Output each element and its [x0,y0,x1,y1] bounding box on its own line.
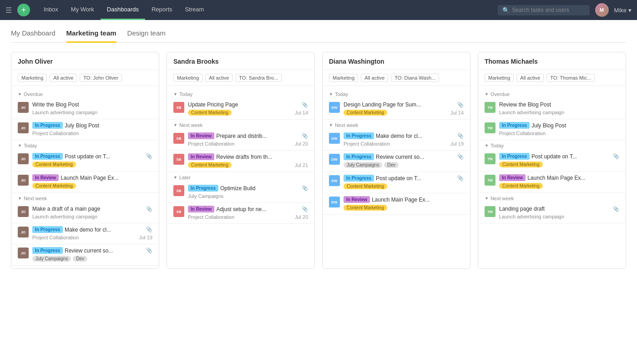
task-item[interactable]: TMIn ProgressJuly Blog PostProject Colla… [478,119,626,140]
task-item[interactable]: TMReview the Blog PostLaunch advertising… [478,99,626,119]
col-filter-tag[interactable]: TO: Diana Wash... [391,74,439,82]
task-pin-icon[interactable]: 📎 [302,102,308,108]
task-content: In ProgressJuly Blog PostProject Collabo… [499,122,619,136]
col-filters-john: MarketingAll activeTO: John Oliver [11,70,159,86]
col-filter-tag[interactable]: TO: John Oliver [80,74,122,82]
col-filter-tag[interactable]: All active [205,74,233,82]
task-pin-icon[interactable]: 📎 [457,102,464,108]
task-date: Jul 19 [450,141,464,147]
task-item[interactable]: JOIn ProgressJuly Blog PostProject Colla… [11,119,159,140]
task-pin-icon[interactable]: 📎 [146,227,152,233]
task-pin-icon[interactable]: 📎 [457,154,464,160]
nav-stream[interactable]: Stream [179,0,211,20]
col-filter-tag[interactable]: All active [50,74,77,82]
task-item[interactable]: DWDesign Landing Page for Sum...📎Content… [323,99,470,120]
col-filter-tag[interactable]: Marketing [485,74,514,82]
section-label[interactable]: ▼ Next week [11,193,159,203]
task-item[interactable]: TMIn ReviewLaunch Main Page Ex...Content… [478,172,626,193]
chevron-icon: ▼ [485,143,489,148]
task-pin-icon[interactable]: 📎 [457,175,464,181]
task-pin-icon[interactable]: 📎 [457,133,464,139]
task-pin-icon[interactable]: 📎 [146,153,152,159]
task-item[interactable]: JOIn ReviewLaunch Main Page Ex...Content… [11,172,159,193]
col-filter-tag[interactable]: TO: Thomas Mic... [546,74,595,82]
task-tag: Content Marketing [32,162,76,167]
task-title: Launch Main Page Ex... [527,175,585,181]
tab-design-team[interactable]: Design team [127,29,166,43]
user-menu[interactable]: Mike ▾ [614,7,632,14]
col-filter-tag[interactable]: Marketing [329,74,358,82]
task-pin-icon[interactable]: 📎 [302,206,308,212]
task-title: Update Pricing Page [188,101,238,108]
task-pin-icon[interactable]: 📎 [613,206,619,212]
section-label[interactable]: ▼ Later [167,172,314,182]
task-tags: Content Marketing [32,183,152,189]
col-filter-tag[interactable]: All active [361,74,388,82]
task-title: Launch Main Page Ex... [372,197,430,203]
task-badge: In Progress [499,122,530,129]
task-item[interactable]: TMIn ProgressPost update on T...📎Content… [478,150,626,172]
task-item[interactable]: DWIn ProgressMake demo for cl...📎Project… [323,130,470,151]
task-item[interactable]: JOIn ProgressPost update on T...📎Content… [11,150,159,172]
task-item[interactable]: SBIn ReviewAdjust setup for ne...📎Projec… [167,203,314,224]
add-button[interactable]: + [17,4,30,16]
nav-dashboards[interactable]: Dashboards [101,0,145,20]
task-item[interactable]: SBIn ProgressOptimize Build📎July Campaig… [167,182,314,203]
section-label[interactable]: ▼ Next week [478,193,626,203]
task-pin-icon[interactable]: 📎 [613,153,619,159]
task-item[interactable]: SBIn ReviewReview drafts from th...Conte… [167,151,314,172]
task-title: Prepare and distrib... [216,133,267,139]
task-item[interactable]: SBIn ReviewPrepare and distrib...📎Projec… [167,130,314,151]
search-input[interactable] [512,7,585,13]
col-filter-tag[interactable]: Marketing [18,74,47,82]
col-filter-tag[interactable]: Marketing [173,74,202,82]
task-tag: Content Marketing [32,183,76,189]
col-filter-tag[interactable]: All active [516,74,544,82]
section-label[interactable]: ▼ Today [167,89,314,99]
task-item[interactable]: DWIn ReviewLaunch Main Page Ex...Content… [323,193,470,215]
task-item[interactable]: SBUpdate Pricing Page📎Content MarketingJ… [167,99,314,120]
chevron-icon: ▼ [485,92,489,96]
nav-items: Inbox My Work Dashboards Reports Stream [37,0,210,20]
task-pin-icon[interactable]: 📎 [302,133,308,139]
task-item[interactable]: JOIn ProgressReview current so...📎July C… [11,244,159,266]
section-label[interactable]: ▼ Next week [323,120,470,130]
search-box[interactable]: 🔍 [498,5,590,15]
nav-mywork[interactable]: My Work [65,0,101,20]
task-pin-icon[interactable]: 📎 [146,248,152,253]
task-item[interactable]: DWIn ProgressPost update on T...📎Content… [323,172,470,193]
task-date: Jul 20 [295,141,308,147]
section-label[interactable]: ▼ Today [323,89,470,99]
section-label[interactable]: ▼ Next week [167,120,314,130]
task-content: In ProgressMake demo for cl...📎Project C… [344,132,464,147]
task-content: In ProgressOptimize Build📎July Campaigns [188,185,308,199]
col-filters-diana: MarketingAll activeTO: Diana Wash... [323,70,470,86]
nav-reports[interactable]: Reports [145,0,179,20]
task-pin-icon[interactable]: 📎 [146,206,152,212]
task-item[interactable]: DWIn ProgressReview current so...📎July C… [323,151,470,172]
task-item[interactable]: JOIn ProgressMake demo for cl...📎Project… [11,223,159,244]
task-item[interactable]: JOWrite the Blog PostLaunch advertising … [11,99,159,119]
section-label[interactable]: ▼ Today [11,140,159,150]
task-content: In ProgressPost update on T...📎Content M… [499,153,619,167]
chevron-icon: ▼ [329,92,333,96]
task-avatar: SB [173,133,184,144]
col-filter-tag[interactable]: TO: Sandra Bro... [235,74,282,82]
section-label[interactable]: ▼ Overdue [478,89,626,99]
tab-marketing-team[interactable]: Marketing team [66,29,116,43]
hamburger-icon[interactable]: ☰ [5,6,12,15]
section-label[interactable]: ▼ Overdue [11,89,159,99]
avatar[interactable]: M [595,3,609,17]
task-badge: In Review [344,196,370,203]
tab-my-dashboard[interactable]: My Dashboard [11,29,56,43]
task-item[interactable]: TMLanding page draft📎Launch advertising … [478,203,626,223]
task-title: July Blog Post [531,122,566,129]
task-item[interactable]: JOMake a draft of a main page📎Launch adv… [11,203,159,223]
task-content: In ProgressJuly Blog PostProject Collabo… [32,122,152,136]
nav-inbox[interactable]: Inbox [37,0,65,20]
task-badge: In Progress [499,153,530,160]
task-subtag: Launch advertising campaign [499,214,564,219]
task-pin-icon[interactable]: 📎 [302,185,308,191]
section-label[interactable]: ▼ Today [478,140,626,150]
task-badge: In Review [188,153,214,160]
